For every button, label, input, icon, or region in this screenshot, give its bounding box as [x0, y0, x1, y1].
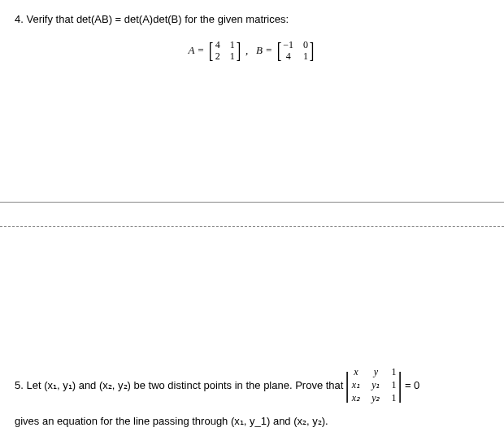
- matrix-b-21: 4: [283, 50, 293, 62]
- det-22: y₁: [371, 379, 380, 390]
- determinant-cells: x y 1 x₁ y₁ 1 x₂ y₂ 1: [352, 366, 397, 404]
- comma: ,: [245, 44, 248, 57]
- problem-4-statement: 4. Verify that det(AB) = det(A)det(B) fo…: [15, 11, 489, 28]
- matrix-a-21: 2: [215, 50, 220, 62]
- problem-4-number: 4.: [15, 13, 24, 25]
- divider-solid: [0, 202, 504, 203]
- det-32: y₂: [371, 392, 380, 404]
- left-bracket-icon: [: [277, 39, 282, 62]
- det-21: x₁: [352, 379, 360, 390]
- det-31: x₂: [352, 392, 360, 404]
- matrix-b: [ −1 0 4 1 ]: [276, 39, 315, 62]
- problem-5: 5. Let (x₁, y₁) and (x₂, y₂) be two dist…: [15, 366, 489, 427]
- problem-5-text-before: Let (x₁, y₁) and (x₂, y₂) be two distinc…: [26, 379, 343, 391]
- problem-5-line1: 5. Let (x₁, y₁) and (x₂, y₂) be two dist…: [15, 366, 489, 404]
- det-23: 1: [391, 379, 396, 390]
- matrix-b-cells: −1 0 4 1: [283, 39, 308, 62]
- determinant: | x y 1 x₁ y₁ 1 x₂ y₂ 1 |: [343, 366, 404, 404]
- matrix-a: [ 4 1 2 1 ]: [207, 39, 242, 62]
- det-12: y: [371, 366, 380, 377]
- matrix-a-11: 4: [215, 39, 220, 50]
- matrix-b-block: B = [ −1 0 4 1 ]: [256, 39, 315, 62]
- matrix-a-cells: 4 1 2 1: [215, 39, 235, 62]
- det-bar-left-icon: |: [345, 369, 350, 401]
- matrix-a-block: A = [ 4 1 2 1 ] ,: [189, 39, 249, 62]
- problem-4-matrices: A = [ 4 1 2 1 ] , B = [ −1 0 4: [15, 39, 489, 62]
- left-bracket-icon: [: [209, 39, 214, 62]
- problem-4-text: Verify that det(AB) = det(A)det(B) for t…: [26, 13, 289, 25]
- det-13: 1: [391, 366, 396, 377]
- matrix-a-12: 1: [230, 39, 235, 50]
- det-11: x: [352, 366, 360, 377]
- problem-4: 4. Verify that det(AB) = det(A)det(B) fo…: [15, 11, 489, 62]
- problem-5-text-after: gives an equation for the line passing t…: [15, 415, 489, 427]
- problem-5-number: 5.: [15, 379, 24, 391]
- matrix-b-11: −1: [283, 39, 293, 50]
- matrix-b-22: 1: [303, 50, 308, 62]
- right-bracket-icon: ]: [237, 39, 241, 62]
- det-bar-right-icon: |: [398, 369, 402, 401]
- right-bracket-icon: ]: [310, 39, 315, 62]
- divider-dashed: [0, 226, 504, 227]
- matrix-a-22: 1: [230, 50, 235, 62]
- equals-zero: = 0: [405, 379, 419, 391]
- matrix-b-12: 0: [303, 39, 308, 50]
- matrix-a-label: A =: [189, 44, 205, 57]
- det-33: 1: [391, 392, 396, 404]
- matrix-b-label: B =: [256, 44, 272, 57]
